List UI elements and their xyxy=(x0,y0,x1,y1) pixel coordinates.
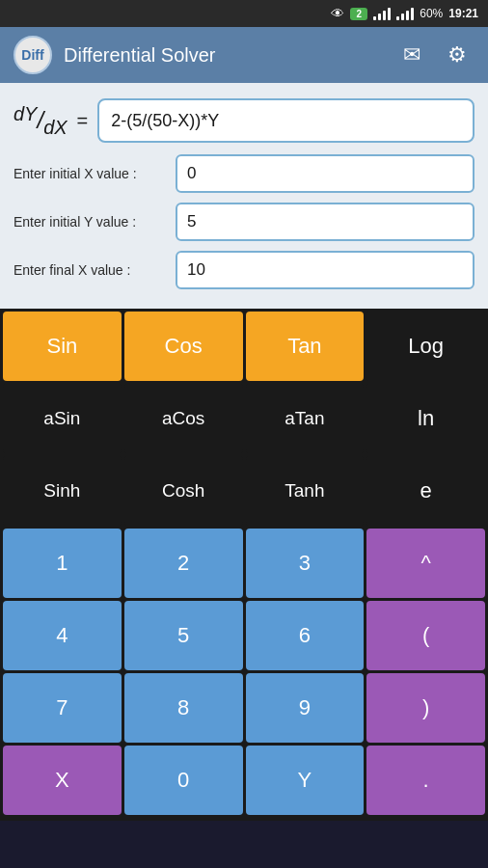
calculator-grid: Sin Cos Tan Log aSin aCos aTan ln Sinh C… xyxy=(0,309,488,821)
final-x-input[interactable] xyxy=(176,251,474,289)
eye-icon: 👁 xyxy=(331,6,344,21)
cosh-button[interactable]: Cosh xyxy=(124,456,243,526)
x-button[interactable]: X xyxy=(3,746,122,815)
tanh-button[interactable]: Tanh xyxy=(246,456,365,526)
1-button[interactable]: 1 xyxy=(3,529,122,598)
app-header: Diff Differential Solver ✉ ⚙ xyxy=(0,27,488,83)
initial-x-row: Enter initial X value : xyxy=(14,154,474,193)
2-button[interactable]: 2 xyxy=(124,529,243,598)
0-button[interactable]: 0 xyxy=(124,746,243,815)
log-button[interactable]: Log xyxy=(366,312,485,381)
6-button[interactable]: 6 xyxy=(246,601,365,670)
ln-button[interactable]: ln xyxy=(366,384,485,453)
5-button[interactable]: 5 xyxy=(124,601,243,670)
9-button[interactable]: 9 xyxy=(246,673,365,743)
close-paren-button[interactable]: ) xyxy=(366,673,485,743)
initial-x-label: Enter initial X value : xyxy=(14,166,168,181)
battery-text: 60% xyxy=(420,7,443,20)
calc-row-4: 1 2 3 ^ xyxy=(3,529,485,598)
asin-button[interactable]: aSin xyxy=(3,384,122,453)
sin-button[interactable]: Sin xyxy=(3,312,122,381)
time-text: 19:21 xyxy=(448,7,478,20)
initial-y-row: Enter initial Y value : xyxy=(14,203,474,241)
calc-row-1: Sin Cos Tan Log xyxy=(3,312,485,381)
cos-button[interactable]: Cos xyxy=(124,312,243,381)
4-button[interactable]: 4 xyxy=(3,601,122,670)
equals-label: = xyxy=(77,110,89,132)
y-button[interactable]: Y xyxy=(246,746,365,815)
initial-x-input[interactable] xyxy=(176,154,474,193)
calc-row-5: 4 5 6 ( xyxy=(3,601,485,670)
final-x-label: Enter final X value : xyxy=(14,262,168,278)
settings-icon[interactable]: ⚙ xyxy=(440,39,474,71)
wifi-icon xyxy=(396,7,414,20)
8-button[interactable]: 8 xyxy=(124,673,243,743)
main-content: dY/dX = Enter initial X value : Enter in… xyxy=(0,83,488,309)
calc-row-7: X 0 Y . xyxy=(3,746,485,815)
atan-button[interactable]: aTan xyxy=(246,384,365,453)
dy-dx-label: dY/dX xyxy=(14,104,68,137)
mail-icon[interactable]: ✉ xyxy=(395,39,428,71)
initial-y-input[interactable] xyxy=(176,203,474,241)
status-bar: 👁 2 60% 19:21 xyxy=(0,0,488,27)
initial-y-label: Enter initial Y value : xyxy=(14,214,168,230)
formula-row: dY/dX = xyxy=(14,98,474,143)
7-button[interactable]: 7 xyxy=(3,673,122,743)
calc-row-3: Sinh Cosh Tanh e xyxy=(3,456,485,526)
signal-icon xyxy=(373,7,391,20)
final-x-row: Enter final X value : xyxy=(14,251,474,289)
tan-button[interactable]: Tan xyxy=(246,312,365,381)
app-title: Differential Solver xyxy=(64,44,384,67)
acos-button[interactable]: aCos xyxy=(124,384,243,453)
open-paren-button[interactable]: ( xyxy=(366,601,485,670)
calc-row-6: 7 8 9 ) xyxy=(3,673,485,743)
power-button[interactable]: ^ xyxy=(366,529,485,598)
calc-row-2: aSin aCos aTan ln xyxy=(3,384,485,453)
sinh-button[interactable]: Sinh xyxy=(3,456,122,526)
app-logo: Diff xyxy=(14,36,52,74)
dot-button[interactable]: . xyxy=(366,746,485,815)
formula-input[interactable] xyxy=(97,98,474,143)
e-button[interactable]: e xyxy=(366,456,485,526)
notification-badge: 2 xyxy=(350,8,367,20)
3-button[interactable]: 3 xyxy=(246,529,365,598)
